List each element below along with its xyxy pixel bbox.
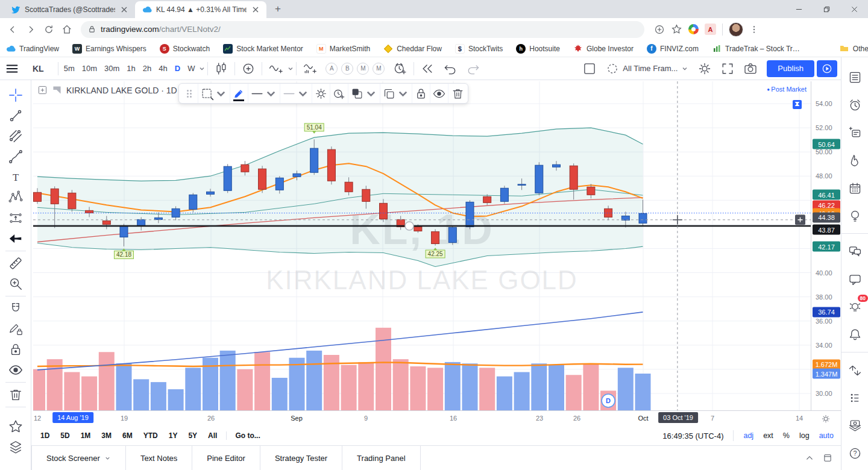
back-icon[interactable] (5, 22, 20, 37)
bookmark-finviz-com[interactable]: fFINVIZ.com (647, 44, 699, 54)
layout-name-button[interactable]: All Time Fram... (601, 62, 693, 75)
private-chat-icon[interactable] (846, 242, 864, 260)
zoom-in-tool[interactable] (5, 274, 26, 294)
goto-date-button[interactable]: Go to... (226, 431, 268, 440)
bookmark-earnings-whispers[interactable]: WEarnings Whispers (72, 44, 146, 54)
timeframe-5m[interactable]: 5m (60, 64, 78, 73)
timeframe-30m[interactable]: 30m (101, 64, 123, 73)
close-tab-icon[interactable] (251, 5, 260, 14)
quick-indicator-m-3[interactable]: M (373, 63, 385, 75)
compare-add-icon[interactable] (237, 57, 260, 80)
browser-tab-tradingview[interactable]: KL 44.94 ▲ +0.31% All Time Fram (135, 1, 266, 18)
alerts-clock-icon[interactable] (846, 96, 864, 114)
chart-style-candles-icon[interactable] (210, 57, 233, 80)
crosshair-tool[interactable] (5, 85, 26, 105)
bottom-tab-trading-panel[interactable]: Trading Panel (342, 446, 420, 470)
paper-trading-icon[interactable] (846, 416, 864, 434)
help-icon[interactable]: ? (846, 444, 864, 462)
timeframe-10m[interactable]: 10m (78, 64, 101, 73)
indicators-icon[interactable] (264, 57, 287, 80)
timeframe-w[interactable]: W (184, 64, 198, 73)
url-bar[interactable]: tradingview.com/chart/VELNotv2/ (81, 21, 644, 38)
range-all[interactable]: All (203, 431, 222, 440)
bookmark-cheddar-flow[interactable]: Cheddar Flow (383, 44, 442, 54)
window-close-icon[interactable] (840, 0, 868, 18)
legend-plus-icon[interactable] (37, 85, 48, 95)
watchlist-icon[interactable] (846, 68, 864, 86)
lock-all-tool[interactable] (5, 339, 26, 360)
text-tool[interactable]: T (5, 167, 26, 187)
extension-icon[interactable] (688, 24, 699, 34)
forward-icon[interactable] (23, 22, 39, 37)
xabcd-pattern-tool[interactable] (5, 187, 26, 208)
bookmark-marketsmith[interactable]: MMarketSmith (316, 44, 370, 54)
alert-clock-button[interactable] (330, 84, 348, 103)
range-6m[interactable]: 6M (117, 431, 138, 440)
timeframe-4h[interactable]: 4h (155, 64, 171, 73)
scale-toggle-ext[interactable]: ext (763, 431, 773, 440)
range-1m[interactable]: 1M (75, 431, 96, 440)
timeframe-d[interactable]: D (171, 64, 184, 73)
public-chat-icon[interactable] (846, 270, 864, 288)
new-tab-button[interactable]: + (270, 1, 286, 17)
snapshot-camera-icon[interactable] (739, 57, 762, 80)
time-axis[interactable]: 121926Sep9162326Oct71414 Aug '1903 Oct '… (33, 410, 811, 426)
line-style-button[interactable] (248, 84, 280, 103)
bottom-tab-stock-screener[interactable]: Stock Screener (31, 446, 126, 470)
alert-add-icon[interactable] (389, 57, 412, 80)
range-3m[interactable]: 3M (96, 431, 117, 440)
notifications-bell-icon[interactable] (846, 325, 864, 343)
price-scale-axis[interactable]: 54.0052.0050.0048.0040.0038.0036.0034.00… (811, 81, 841, 410)
panel-maximize-icon[interactable] (823, 453, 832, 463)
clone-button[interactable] (380, 84, 412, 103)
panel-collapse-icon[interactable] (805, 453, 814, 463)
indicator-templates-icon[interactable] (298, 57, 321, 80)
main-menu-icon[interactable] (0, 57, 24, 80)
magnet-tool[interactable] (5, 298, 26, 319)
zoom-page-icon[interactable] (654, 24, 665, 35)
drag-handle[interactable] (180, 84, 198, 103)
bottom-tab-text-notes[interactable]: Text Notes (126, 446, 192, 470)
quick-indicator-m-2[interactable]: M (357, 63, 369, 75)
undo-icon[interactable] (439, 57, 462, 80)
bring-forward-button[interactable] (348, 84, 380, 103)
bookmark-stockwatch[interactable]: SStockwatch (160, 44, 210, 54)
ideas-bulb-icon[interactable] (846, 207, 864, 225)
price-chart[interactable]: KL, 1DKIRKLAND LAKE GOLD51.0442.1842.25D (33, 81, 811, 410)
chart-settings-gear-icon[interactable] (693, 57, 716, 80)
browser-menu-icon[interactable] (749, 25, 759, 34)
pdf-extension-icon[interactable]: A (705, 24, 716, 35)
scale-toggle-log[interactable]: log (799, 431, 810, 440)
bookmark-star-icon[interactable] (671, 24, 682, 35)
reload-icon[interactable] (41, 22, 57, 37)
bookmark-stocktwits[interactable]: $StockTwits (455, 44, 503, 54)
hide-all-tool[interactable] (5, 360, 26, 380)
idea-streams-icon[interactable]: 80 (846, 298, 864, 316)
eye-button[interactable] (430, 84, 448, 103)
calendar-icon[interactable] (846, 179, 864, 197)
forecast-tool[interactable] (5, 208, 26, 228)
trash-button[interactable] (448, 84, 467, 103)
lock-button[interactable] (412, 84, 430, 103)
range-1d[interactable]: 1D (35, 431, 55, 440)
ruler-tool[interactable] (5, 253, 26, 274)
window-restore-icon[interactable] (813, 0, 840, 18)
favorites-star-tool[interactable] (5, 416, 26, 437)
browser-tab-twitter[interactable]: ScottcaTrades (@Scottrades) / Tw (4, 1, 135, 18)
timeframe-2h[interactable]: 2h (139, 64, 155, 73)
range-1y[interactable]: 1Y (163, 431, 183, 440)
bottom-tab-pine-editor[interactable]: Pine Editor (192, 446, 260, 470)
arrow-tool[interactable] (5, 228, 26, 249)
bookmark-stock-market-mentor[interactable]: Stock Market Mentor (223, 44, 303, 54)
gann-fib-tool[interactable] (5, 126, 26, 146)
fullscreen-icon[interactable] (716, 57, 739, 80)
profile-avatar[interactable] (729, 22, 743, 37)
bookmark-hootsuite[interactable]: hHootsuite (516, 44, 560, 54)
trend-line-tool[interactable] (5, 105, 26, 126)
line-drag-handle[interactable] (405, 222, 414, 230)
range-5y[interactable]: 5Y (183, 431, 203, 440)
layout-select-icon[interactable] (578, 57, 601, 80)
text-notes-icon[interactable] (846, 124, 864, 142)
other-bookmarks-button[interactable]: Other bookmarks (840, 44, 868, 54)
object-tree-tool[interactable] (5, 437, 26, 457)
